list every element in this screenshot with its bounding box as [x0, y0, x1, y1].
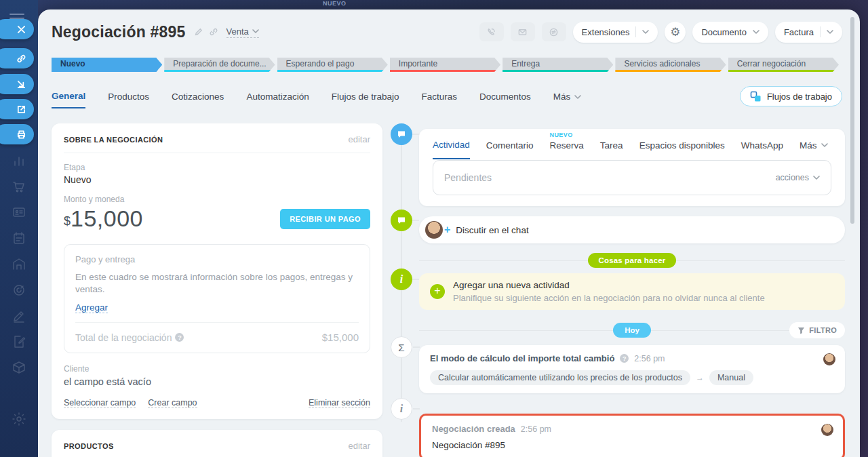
- avatar: [821, 424, 833, 436]
- mail-icon: [517, 27, 528, 37]
- document-edit-icon[interactable]: [11, 334, 27, 350]
- warehouse-icon[interactable]: [11, 256, 27, 273]
- help-icon[interactable]: ?: [620, 354, 629, 363]
- stage-entrega[interactable]: Entrega: [502, 58, 613, 72]
- actions-dropdown[interactable]: acciones: [776, 173, 820, 182]
- workflow-icon: [750, 91, 762, 102]
- tab-espacios[interactable]: Espacios disponibles: [639, 131, 725, 159]
- timeline-event-calc-mode[interactable]: El modo de cálculo del importe total cam…: [419, 345, 845, 393]
- todo-divider-badge: Cosas para hacer: [588, 253, 675, 268]
- tab-mas[interactable]: Más: [800, 131, 828, 159]
- chevron-down-icon: [252, 29, 259, 33]
- target-icon[interactable]: [11, 282, 27, 298]
- tab-actividad[interactable]: Actividad: [433, 130, 470, 159]
- deal-total-value: $15,000: [322, 332, 359, 343]
- filter-button[interactable]: FILTRO: [789, 322, 845, 338]
- todo-input[interactable]: Pendientes acciones: [433, 160, 831, 195]
- tab-facturas[interactable]: Facturas: [422, 85, 458, 108]
- info-icon: i: [400, 273, 403, 285]
- stage-nuevo[interactable]: Nuevo: [52, 58, 162, 72]
- clipboard-icon[interactable]: [11, 231, 27, 247]
- activity-section-icon: [391, 123, 412, 145]
- pipeline-select[interactable]: Venta: [226, 26, 259, 38]
- copy-link-button[interactable]: [0, 48, 34, 68]
- tab-reserva[interactable]: NUEVO Reserva: [550, 131, 584, 159]
- close-slider-button[interactable]: [0, 19, 34, 39]
- settings-button[interactable]: ⚙: [665, 22, 686, 43]
- stage-esperando-pago[interactable]: Esperando el pago: [277, 58, 388, 72]
- tab-comentario[interactable]: Comentario: [486, 131, 534, 159]
- stage-importante[interactable]: Importante: [390, 58, 500, 72]
- id-card-icon[interactable]: [11, 204, 27, 220]
- pipeline-stage-bar: Nuevo Preparación de docume... Esperando…: [52, 58, 841, 72]
- tab-tarea[interactable]: Tarea: [600, 131, 623, 159]
- deal-amount[interactable]: 15,000: [71, 205, 143, 232]
- link-icon[interactable]: [209, 27, 218, 37]
- about-deal-panel: SOBRE LA NEGOCIACIÓN editar Etapa Nuevo …: [52, 123, 382, 419]
- open-new-window-button[interactable]: [0, 99, 34, 119]
- stage-field-label: Etapa: [64, 163, 370, 172]
- client-field-label: Cliente: [64, 364, 370, 374]
- phone-icon: [486, 27, 496, 37]
- add-payment-link[interactable]: Agregar: [75, 302, 108, 313]
- funnel-icon: [797, 327, 805, 334]
- bar-chart-icon[interactable]: [11, 153, 27, 169]
- tab-general[interactable]: General: [52, 84, 85, 108]
- stage-servicios[interactable]: Servicios adicionales: [615, 58, 726, 72]
- sum-event-icon: Σ: [391, 336, 412, 358]
- extensions-button[interactable]: Extensiones: [573, 22, 658, 43]
- discuss-in-chat-row[interactable]: + Discutir en el chat: [419, 216, 845, 243]
- edit-link[interactable]: editar: [348, 134, 370, 144]
- printer-icon: [16, 130, 26, 140]
- help-icon[interactable]: ?: [175, 333, 184, 342]
- timeline: i Σ i Actividad Comentario NUEVO Reserva…: [391, 118, 845, 457]
- amount-field-label: Monto y moneda: [64, 195, 370, 204]
- edit-title-icon[interactable]: [194, 27, 203, 37]
- today-badge[interactable]: Hoy: [613, 323, 651, 338]
- gear-icon[interactable]: [11, 411, 27, 427]
- chevron-down-icon: [642, 30, 649, 34]
- cart-icon[interactable]: [11, 178, 27, 195]
- stage-preparacion[interactable]: Preparación de docume...: [164, 58, 275, 72]
- tab-productos[interactable]: Productos: [108, 85, 149, 108]
- package-icon[interactable]: [11, 359, 27, 376]
- call-button[interactable]: [479, 22, 504, 41]
- today-divider: Hoy FILTRO: [419, 322, 845, 338]
- deal-slider: Negociación #895 Venta Extensiones: [38, 9, 860, 457]
- document-button[interactable]: Documento: [692, 22, 768, 43]
- delete-section-link[interactable]: Eliminar sección: [309, 398, 370, 408]
- tab-cotizaciones[interactable]: Cotizaciones: [172, 85, 224, 108]
- minimize-button[interactable]: [0, 74, 34, 94]
- email-button[interactable]: [511, 22, 535, 41]
- add-participant-icon: +: [444, 224, 450, 236]
- workflows-button[interactable]: Flujos de trabajo: [740, 86, 842, 106]
- stage-cerrar[interactable]: Cerrar negociación: [728, 58, 839, 72]
- timeline-event-deal-created[interactable]: Negociación creada 2:56 pm Negociación #…: [419, 414, 845, 457]
- chevron-down-icon: [827, 30, 833, 34]
- plus-icon: +: [430, 284, 445, 299]
- select-field-link[interactable]: Seleccionar campo: [64, 398, 136, 408]
- print-button[interactable]: [0, 124, 34, 144]
- todo-placeholder: Pendientes: [444, 172, 492, 183]
- tab-whatsapp[interactable]: WhatsApp: [741, 131, 783, 159]
- client-field-value[interactable]: el campo está vacío: [64, 376, 370, 387]
- tab-flujos[interactable]: Flujos de trabajo: [332, 85, 399, 108]
- avatar: [425, 221, 443, 239]
- invoice-button[interactable]: Factura: [775, 22, 842, 43]
- event-body: Negociación #895: [432, 440, 832, 450]
- old-value-chip: Calcular automáticamente utilizando los …: [430, 370, 690, 385]
- tab-documentos[interactable]: Documentos: [479, 85, 531, 108]
- info-event-icon: i: [391, 398, 412, 420]
- create-field-link[interactable]: Crear campo: [148, 398, 197, 408]
- tab-mas[interactable]: Más: [553, 85, 582, 108]
- tab-automatizacion[interactable]: Automatización: [246, 85, 309, 108]
- add-activity-banner[interactable]: + Agregar una nueva actividad Planifique…: [419, 273, 845, 310]
- scrollbar[interactable]: [850, 17, 854, 224]
- import-arrow-icon: [16, 79, 26, 90]
- pencil-icon[interactable]: [11, 308, 27, 324]
- receive-payment-button[interactable]: RECIBIR UN PAGO: [280, 209, 370, 229]
- feedback-button[interactable]: [542, 22, 566, 41]
- arrow-right-icon: →: [696, 373, 704, 382]
- edit-link[interactable]: editar: [348, 441, 370, 451]
- stage-field-value[interactable]: Nuevo: [64, 174, 370, 185]
